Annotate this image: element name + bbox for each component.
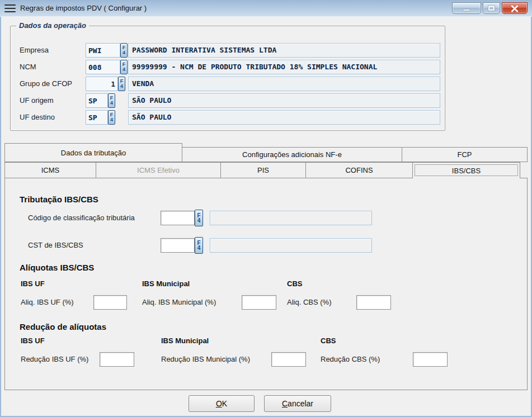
cfop-f4-button[interactable]: F4 — [118, 77, 125, 91]
reducao-ibs-uf-label: Redução IBS UF (%) — [21, 352, 88, 367]
codigo-classificacao-f4-button[interactable]: F4 — [195, 210, 203, 226]
groupbox-title: Dados da operação — [16, 21, 89, 30]
section-title-tributacao: Tributação IBS/CBS — [20, 195, 98, 204]
close-button[interactable] — [502, 2, 528, 14]
cancel-button[interactable]: Cancelar — [264, 395, 331, 412]
reducao-ibs-uf-header: IBS UF — [21, 337, 45, 345]
tab-ibs-cbs[interactable]: IBS/CBS — [412, 162, 520, 178]
reducao-ibs-municipal-header: IBS Municipal — [161, 337, 209, 345]
reducao-ibs-municipal-label: Redução IBS Municipal (%) — [161, 352, 250, 367]
uf-destino-label: UF destino — [20, 110, 55, 125]
field-row-uf-origem: UF origem F4 SÃO PAULO — [11, 93, 445, 108]
aliq-ibs-uf-input[interactable] — [93, 295, 127, 310]
codigo-classificacao-input[interactable] — [161, 211, 195, 225]
cfop-label: Grupo de CFOP — [20, 77, 72, 91]
reducao-cbs-input[interactable] — [413, 352, 448, 367]
maximize-button[interactable] — [483, 2, 500, 14]
cst-ibs-cbs-label: CST de IBS/CBS — [28, 238, 83, 253]
aliq-ibs-uf-header: IBS UF — [21, 279, 45, 288]
uf-destino-description-field: SÃO PAULO — [128, 110, 440, 125]
cfop-code-input[interactable] — [86, 77, 118, 91]
cst-ibs-cbs-f4-button[interactable]: F4 — [195, 237, 203, 254]
aliq-cbs-header: CBS — [287, 279, 302, 288]
cst-ibs-cbs-description-field — [210, 238, 372, 253]
uf-origem-code-input[interactable] — [86, 93, 108, 108]
close-icon — [511, 5, 519, 12]
uf-origem-label: UF origem — [20, 93, 54, 108]
codigo-classificacao-label: Código de classificação tributária — [28, 211, 135, 225]
empresa-description-field: PASSWORD INTERATIVA SISTEMAS LTDA — [128, 43, 440, 58]
uf-origem-description-field: SÃO PAULO — [128, 93, 440, 108]
aliq-cbs-input[interactable] — [356, 295, 391, 310]
uf-destino-code-input[interactable] — [86, 110, 108, 125]
section-title-reducao: Redução de alíquotas — [20, 322, 106, 331]
reducao-cbs-header: CBS — [321, 337, 336, 345]
field-row-empresa: Empresa F4 PASSWORD INTERATIVA SISTEMAS … — [11, 43, 445, 58]
section-title-aliquotas: Alíquotas IBS/CBS — [20, 263, 94, 272]
ok-button[interactable]: OK — [189, 395, 255, 412]
ncm-code-input[interactable] — [86, 60, 120, 74]
window-title: Regras de impostos PDV ( Configurar ) — [20, 4, 147, 12]
empresa-code-input[interactable] — [86, 43, 120, 58]
minimize-button[interactable] — [452, 2, 481, 14]
tab-pis[interactable]: PIS — [220, 162, 306, 178]
uf-destino-f4-button[interactable]: F4 — [108, 110, 115, 125]
tab-configuracoes-adicionais-nfe[interactable]: Configurações adicionais NF-e — [182, 147, 402, 162]
menu-icon[interactable] — [4, 4, 16, 12]
ncm-f4-button[interactable]: F4 — [120, 60, 128, 74]
ncm-description-field: 99999999 - NCM DE PRODUTO TRIBUTADO 18% … — [128, 60, 440, 74]
tab-icms-efetivo: ICMS Efetivo — [96, 162, 221, 178]
aliq-ibs-municipal-label: Aliq. IBS Municipal (%) — [142, 295, 216, 310]
maximize-icon — [488, 6, 495, 11]
empresa-f4-button[interactable]: F4 — [120, 43, 128, 58]
ncm-label: NCM — [20, 60, 36, 74]
empresa-label: Empresa — [20, 43, 49, 58]
tab-fcp[interactable]: FCP — [402, 147, 528, 162]
aliq-ibs-municipal-header: IBS Municipal — [142, 279, 190, 288]
aliq-ibs-municipal-input[interactable] — [242, 295, 276, 310]
title-bar: Regras de impostos PDV ( Configurar ) — [0, 0, 532, 17]
tab-icms[interactable]: ICMS — [4, 162, 96, 178]
tab-cofins[interactable]: COFINS — [305, 162, 413, 178]
cst-ibs-cbs-input[interactable] — [161, 238, 195, 253]
uf-origem-f4-button[interactable]: F4 — [108, 93, 115, 108]
dialog-window: Regras de impostos PDV ( Configurar ) Da… — [0, 0, 532, 417]
field-row-ncm: NCM F4 99999999 - NCM DE PRODUTO TRIBUTA… — [11, 60, 445, 74]
codigo-classificacao-description-field — [210, 211, 372, 225]
minimize-icon — [463, 9, 470, 11]
aliq-ibs-uf-label: Aliq. IBS UF (%) — [21, 295, 74, 310]
window-border-left — [0, 17, 1, 417]
reducao-ibs-uf-input[interactable] — [100, 352, 134, 367]
tab-dados-da-tributacao[interactable]: Dados da tributação — [4, 143, 182, 162]
reducao-cbs-label: Redução CBS (%) — [321, 352, 380, 367]
reducao-ibs-municipal-input[interactable] — [271, 352, 306, 367]
operation-groupbox: Dados da operação Empresa F4 PASSWORD IN… — [10, 26, 445, 131]
cfop-description-field: VENDA — [128, 77, 440, 91]
aliq-cbs-label: Aliq. CBS (%) — [287, 295, 331, 310]
field-row-uf-destino: UF destino F4 SÃO PAULO — [11, 110, 445, 125]
field-row-cfop: Grupo de CFOP F4 VENDA — [11, 77, 445, 91]
